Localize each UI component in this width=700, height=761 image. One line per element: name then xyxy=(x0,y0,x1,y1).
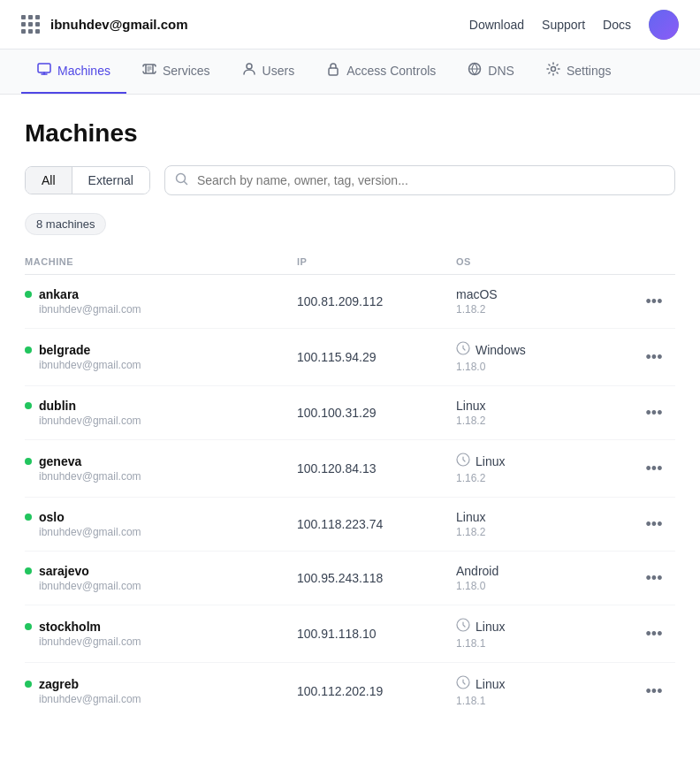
more-options-button[interactable]: ••• xyxy=(633,345,675,370)
machine-owner: ibnuhdev@gmail.com xyxy=(25,359,297,371)
nav-item-machines[interactable]: Machines xyxy=(21,49,126,94)
more-options-button[interactable]: ••• xyxy=(633,400,675,426)
machine-name[interactable]: geneva xyxy=(39,454,81,468)
os-name: macOS xyxy=(456,287,498,301)
more-options-button[interactable]: ••• xyxy=(633,289,675,315)
table-row: zagreb ibnuhdev@gmail.com 100.112.202.19… xyxy=(25,663,675,719)
os-name: Linux xyxy=(476,454,505,468)
settings-icon xyxy=(546,62,560,80)
more-options-button[interactable]: ••• xyxy=(633,566,675,591)
machine-owner: ibnuhdev@gmail.com xyxy=(25,303,297,316)
machine-name-col: sarajevo ibnuhdev@gmail.com xyxy=(25,564,297,592)
machine-name[interactable]: ankara xyxy=(39,287,79,301)
filter-external-button[interactable]: External xyxy=(72,167,149,194)
more-options-button[interactable]: ••• xyxy=(633,456,675,482)
os-name: Linux xyxy=(456,510,485,524)
status-dot xyxy=(25,346,32,354)
docs-link[interactable]: Docs xyxy=(603,18,631,32)
machine-ip: 100.81.209.112 xyxy=(297,294,456,308)
machine-os-col: macOS 1.18.2 xyxy=(456,287,633,316)
os-version: 1.18.0 xyxy=(456,361,633,373)
users-icon xyxy=(242,62,256,80)
machine-name-col: stockholm ibnuhdev@gmail.com xyxy=(25,620,297,648)
nav-item-settings[interactable]: Settings xyxy=(530,49,628,94)
nav-item-dns[interactable]: DNS xyxy=(452,49,530,94)
machine-name[interactable]: sarajevo xyxy=(39,564,89,578)
support-link[interactable]: Support xyxy=(542,18,585,32)
os-name: Android xyxy=(456,564,498,578)
machine-os-col: Android 1.18.0 xyxy=(456,564,633,592)
machine-name-wrap: oslo xyxy=(25,510,297,524)
machine-os-col: Windows 1.18.0 xyxy=(456,341,633,373)
os-wrap: Windows xyxy=(456,341,633,359)
table-row: sarajevo ibnuhdev@gmail.com 100.95.243.1… xyxy=(25,552,675,605)
machine-name-col: ankara ibnuhdev@gmail.com xyxy=(25,287,297,316)
more-options-button[interactable]: ••• xyxy=(633,512,675,537)
machine-os-col: Linux 1.18.1 xyxy=(456,618,633,650)
machine-name-col: oslo ibnuhdev@gmail.com xyxy=(25,510,297,538)
grid-icon[interactable] xyxy=(21,15,40,34)
page-title: Machines xyxy=(25,119,675,148)
machine-name[interactable]: stockholm xyxy=(39,620,101,634)
nav-item-access-controls[interactable]: Access Controls xyxy=(310,49,452,94)
machine-name-col: geneva ibnuhdev@gmail.com xyxy=(25,454,297,483)
table-header: MACHINE IP OS xyxy=(25,249,675,275)
status-dot xyxy=(25,291,32,298)
machines-icon xyxy=(37,62,51,80)
machine-name[interactable]: oslo xyxy=(39,510,65,524)
machine-owner: ibnuhdev@gmail.com xyxy=(25,635,297,648)
os-wrap: Linux xyxy=(456,399,633,413)
table-row: oslo ibnuhdev@gmail.com 100.118.223.74 L… xyxy=(25,498,675,552)
machine-ip: 100.115.94.29 xyxy=(297,350,456,364)
machine-owner: ibnuhdev@gmail.com xyxy=(25,470,297,483)
os-name: Linux xyxy=(476,620,505,634)
machine-name-wrap: sarajevo xyxy=(25,564,297,578)
os-wrap: Linux xyxy=(456,675,633,693)
machine-name[interactable]: dublin xyxy=(39,399,76,413)
machine-name-wrap: geneva xyxy=(25,454,297,468)
os-name: Linux xyxy=(476,677,505,691)
table-row: ankara ibnuhdev@gmail.com 100.81.209.112… xyxy=(25,275,675,329)
status-dot xyxy=(25,402,32,409)
search-input[interactable] xyxy=(164,165,675,195)
nav-label-users: Users xyxy=(262,64,295,78)
nav-label-services: Services xyxy=(163,64,210,78)
os-wrap: Android xyxy=(456,564,633,578)
machine-owner: ibnuhdev@gmail.com xyxy=(25,693,297,705)
main-content: Machines All External 8 machines MACHINE… xyxy=(0,95,700,744)
os-version: 1.18.2 xyxy=(456,303,633,316)
avatar[interactable] xyxy=(649,10,679,40)
status-dot xyxy=(25,681,32,688)
nav: Machines Services Users Access Controls … xyxy=(0,49,700,95)
machine-ip: 100.100.31.29 xyxy=(297,406,456,420)
status-dot xyxy=(25,623,32,630)
account-email: ibnuhdev@gmail.com xyxy=(50,17,187,32)
os-version: 1.18.1 xyxy=(456,637,633,650)
access-controls-icon xyxy=(326,62,340,80)
os-wrap: Linux xyxy=(456,618,633,635)
download-link[interactable]: Download xyxy=(469,18,524,32)
os-name: Windows xyxy=(476,343,526,357)
svg-rect-3 xyxy=(329,68,338,75)
machine-name-wrap: belgrade xyxy=(25,343,297,357)
machine-name-wrap: ankara xyxy=(25,287,297,301)
status-dot xyxy=(25,458,32,465)
nav-item-services[interactable]: Services xyxy=(126,49,226,94)
more-options-button[interactable]: ••• xyxy=(633,679,675,704)
avatar-image xyxy=(649,10,679,40)
update-icon xyxy=(456,618,470,635)
nav-item-users[interactable]: Users xyxy=(226,49,311,94)
more-options-button[interactable]: ••• xyxy=(633,621,675,647)
machine-name[interactable]: zagreb xyxy=(39,677,79,691)
svg-point-2 xyxy=(247,64,252,69)
header-left: ibnuhdev@gmail.com xyxy=(21,15,187,34)
update-icon xyxy=(456,453,470,470)
nav-label-machines: Machines xyxy=(57,64,110,78)
search-wrap xyxy=(164,165,675,195)
os-name: Linux xyxy=(456,399,485,413)
dns-icon xyxy=(468,62,482,80)
machine-name[interactable]: belgrade xyxy=(39,343,90,357)
nav-label-dns: DNS xyxy=(488,64,514,78)
filter-all-button[interactable]: All xyxy=(26,167,72,194)
col-header-os: OS xyxy=(456,256,633,267)
